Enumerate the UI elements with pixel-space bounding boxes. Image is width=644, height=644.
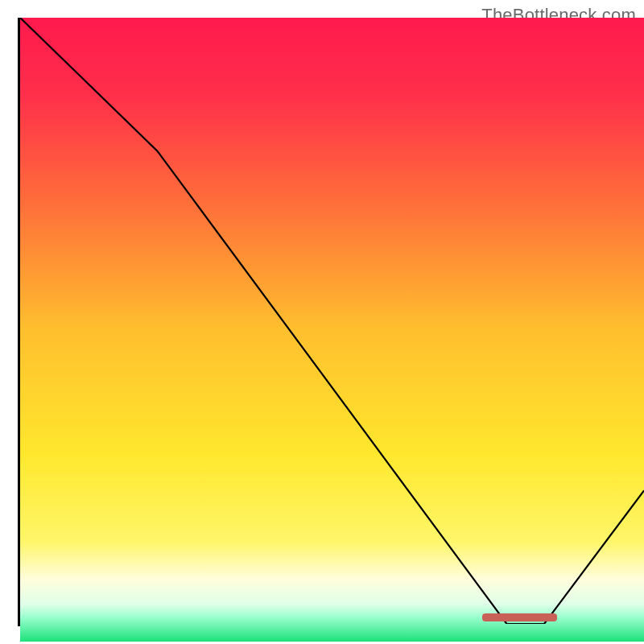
- chart-area: [18, 18, 644, 626]
- chart-highlight-marker: [482, 613, 557, 621]
- chart-curve: [20, 18, 644, 624]
- chart-container: TheBottleneck.com: [0, 0, 644, 644]
